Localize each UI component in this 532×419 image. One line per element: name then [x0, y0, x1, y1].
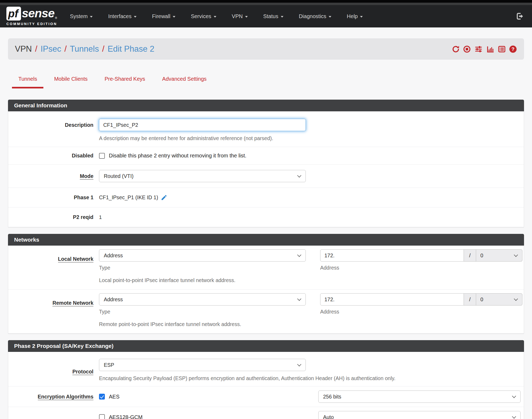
- remote-network-slash-addon: /: [464, 293, 476, 306]
- pfsense-logo-subtitle: COMMUNITY EDITION: [6, 22, 57, 26]
- aes128gcm-checkbox[interactable]: [99, 414, 105, 419]
- mode-row: Mode Routed (VTI): [8, 164, 524, 188]
- encryption-row-aes128gcm: AES128-GCM Auto: [8, 407, 524, 419]
- disabled-checkbox-label: Disable this phase 2 entry without remov…: [109, 153, 246, 159]
- remote-network-prefix-select[interactable]: 0: [476, 293, 522, 306]
- remote-network-type-select[interactable]: Address: [99, 293, 306, 306]
- aes-keylength-value: 256 bits: [323, 394, 341, 400]
- aes-checkbox[interactable]: [99, 394, 105, 400]
- nav-item-firewall[interactable]: Firewall: [152, 13, 175, 19]
- help-icon[interactable]: ?: [509, 45, 517, 53]
- window-top-strip: [0, 3, 532, 5]
- list-icon[interactable]: [498, 45, 506, 53]
- breadcrumb-link-ipsec[interactable]: IPsec: [40, 44, 61, 54]
- protocol-select[interactable]: ESP: [99, 359, 306, 371]
- nav-item-help[interactable]: Help: [347, 13, 363, 19]
- bar-chart-icon[interactable]: [486, 45, 495, 53]
- pfsense-logo-sense: sense: [22, 7, 55, 20]
- description-label: Description: [8, 119, 93, 141]
- caret-down-icon: [245, 16, 248, 18]
- tab-pre-shared-keys[interactable]: Pre-Shared Keys: [98, 76, 151, 88]
- disabled-row: Disabled Disable this phase 2 entry with…: [8, 147, 524, 164]
- section-phase2-proposal: Phase 2 Proposal (SA/Key Exchange) Proto…: [8, 340, 524, 419]
- local-network-type-select[interactable]: Address: [99, 249, 306, 262]
- top-navbar: pf sense ® COMMUNITY EDITION System Inte…: [0, 5, 532, 27]
- nav-item-interfaces[interactable]: Interfaces: [108, 13, 137, 19]
- svg-text:?: ?: [512, 46, 514, 52]
- nav-item-label: Diagnostics: [299, 13, 326, 19]
- encryption-row-aes: Encryption Algorithms AES 256 bits: [8, 386, 524, 407]
- page-tabs: Tunnels Mobile Clients Pre-Shared Keys A…: [12, 76, 532, 88]
- caret-down-icon: [281, 16, 283, 18]
- local-network-address-sublabel: Address: [320, 265, 522, 271]
- mode-select[interactable]: Routed (VTI): [99, 170, 306, 182]
- protocol-row: Protocol ESP Encapsulating Security Payl…: [8, 352, 524, 386]
- section-header-general: General Information: [8, 100, 524, 111]
- caret-down-icon: [90, 16, 93, 18]
- local-network-slash-addon: /: [464, 249, 476, 262]
- nav-item-label: Interfaces: [108, 13, 131, 19]
- local-network-prefix-select[interactable]: 0: [476, 249, 522, 262]
- section-header-networks: Networks: [8, 234, 524, 246]
- remote-network-prefix-value: 0: [480, 296, 483, 303]
- breadcrumb-root: VPN: [15, 44, 32, 54]
- nav-item-vpn[interactable]: VPN: [232, 13, 248, 19]
- remote-network-address-value: 172.: [324, 296, 335, 303]
- refresh-icon[interactable]: [452, 45, 460, 53]
- tab-tunnels[interactable]: Tunnels: [12, 76, 43, 88]
- aes-keylength-select[interactable]: 256 bits: [318, 390, 521, 403]
- nav-item-label: System: [70, 13, 88, 19]
- description-row: Description A description may be entered…: [8, 111, 524, 147]
- local-network-type-value: Address: [104, 253, 123, 259]
- local-network-help: Local point-to-point IPsec interface tun…: [99, 277, 522, 283]
- local-network-type-sublabel: Type: [99, 265, 306, 271]
- breadcrumb-link-edit-phase2[interactable]: Edit Phase 2: [108, 44, 154, 54]
- caret-down-icon: [360, 16, 363, 18]
- remote-network-type-value: Address: [104, 296, 123, 303]
- mode-label: Mode: [80, 173, 93, 180]
- disabled-checkbox[interactable]: [99, 153, 105, 159]
- remote-network-address-input[interactable]: 172.: [320, 293, 464, 306]
- nav-item-services[interactable]: Services: [191, 13, 216, 19]
- remote-network-help: Remote point-to-point IPsec interface tu…: [99, 321, 522, 327]
- stop-circle-icon[interactable]: [463, 45, 471, 53]
- caret-down-icon: [329, 16, 331, 18]
- tab-advanced-settings[interactable]: Advanced Settings: [156, 76, 213, 88]
- description-help: A description may be entered here for ad…: [99, 135, 521, 141]
- phase1-value: CF1_IPsec_P1 (IKE ID 1): [99, 194, 158, 201]
- disabled-label: Disabled: [8, 153, 93, 159]
- caret-down-icon: [214, 16, 216, 18]
- remote-network-type-sublabel: Type: [99, 309, 306, 315]
- remote-network-address-sublabel: Address: [320, 309, 522, 315]
- caret-down-icon: [134, 16, 137, 18]
- nav-item-status[interactable]: Status: [263, 13, 283, 19]
- protocol-select-value: ESP: [104, 362, 114, 368]
- breadcrumb-separator: /: [35, 44, 38, 54]
- pencil-icon[interactable]: [161, 194, 167, 201]
- section-networks: Networks Local Network Address Type: [8, 234, 524, 333]
- aes128gcm-keylength-select[interactable]: Auto: [318, 411, 521, 419]
- pfsense-logo-pf: pf: [6, 7, 21, 21]
- local-network-address-input[interactable]: 172.: [320, 249, 464, 262]
- breadcrumb-separator: /: [64, 44, 67, 54]
- protocol-label: Protocol: [72, 369, 93, 375]
- breadcrumb-actions: ?: [452, 45, 517, 53]
- remote-network-row: Remote Network Address Type 172: [8, 289, 524, 333]
- sign-out-icon[interactable]: [515, 12, 525, 21]
- section-general-information: General Information Description A descri…: [8, 100, 524, 227]
- description-input[interactable]: [99, 119, 306, 131]
- window-top-edge: [0, 0, 532, 3]
- mode-select-value: Routed (VTI): [104, 173, 134, 179]
- pfsense-logo[interactable]: pf sense ® COMMUNITY EDITION: [6, 7, 57, 26]
- nav-item-diagnostics[interactable]: Diagnostics: [299, 13, 331, 19]
- local-network-label: Local Network: [58, 256, 93, 262]
- sliders-icon[interactable]: [474, 45, 483, 53]
- breadcrumb-link-tunnels[interactable]: Tunnels: [70, 44, 99, 54]
- breadcrumb-panel: VPN / IPsec / Tunnels / Edit Phase 2: [8, 38, 524, 60]
- phase1-row: Phase 1 CF1_IPsec_P1 (IKE ID 1): [8, 188, 524, 207]
- caret-down-icon: [173, 16, 175, 18]
- nav-item-system[interactable]: System: [70, 13, 93, 19]
- tab-mobile-clients[interactable]: Mobile Clients: [48, 76, 94, 88]
- breadcrumb: VPN / IPsec / Tunnels / Edit Phase 2: [15, 44, 154, 54]
- local-network-row: Local Network Address Type 172.: [8, 246, 524, 289]
